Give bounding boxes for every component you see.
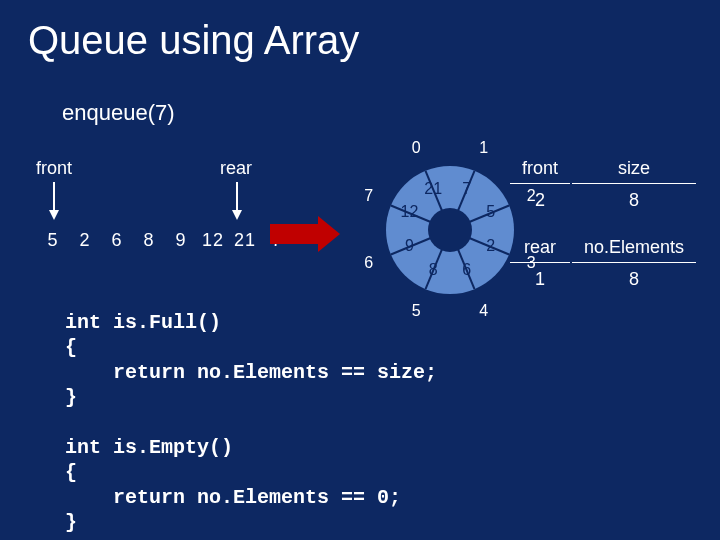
stat-size-label: size <box>572 154 696 184</box>
array-cell: 8 <box>136 230 162 251</box>
inner-value: 2 <box>486 237 495 254</box>
circle-hub <box>428 208 472 252</box>
array-cell: 12 <box>200 230 226 251</box>
rear-arrow-head-icon <box>232 210 242 220</box>
stats-panel: front size 2 8 rear no.Elements 1 8 <box>508 152 698 296</box>
stat-noel-label: no.Elements <box>572 233 696 263</box>
stat-size-value: 8 <box>572 186 696 215</box>
stat-front-label: front <box>510 154 570 184</box>
array-cell: 5 <box>40 230 66 251</box>
inner-value: 7 <box>462 180 471 197</box>
front-pointer-label: front <box>36 158 72 179</box>
outer-index: 6 <box>364 254 373 271</box>
outer-index: 4 <box>479 302 488 319</box>
linear-array: 5 2 6 8 9 12 21 7 <box>40 230 290 251</box>
stat-rear-label: rear <box>510 233 570 263</box>
outer-index: 0 <box>412 139 421 156</box>
page-title: Queue using Array <box>28 18 359 63</box>
outer-index: 7 <box>364 187 373 204</box>
inner-value: 9 <box>405 237 414 254</box>
array-cell: 2 <box>72 230 98 251</box>
array-cell: 21 <box>232 230 258 251</box>
stat-noel-value: 8 <box>572 265 696 294</box>
inner-value: 6 <box>462 261 471 278</box>
front-arrow-stem <box>53 182 55 210</box>
enqueue-arrow-icon <box>270 224 340 252</box>
inner-value: 21 <box>424 180 442 197</box>
stat-front-value: 2 <box>510 186 570 215</box>
rear-arrow-stem <box>236 182 238 210</box>
outer-index: 1 <box>479 139 488 156</box>
inner-value: 8 <box>429 261 438 278</box>
inner-value: 12 <box>401 203 419 220</box>
rear-pointer-label: rear <box>220 158 252 179</box>
front-arrow-head-icon <box>49 210 59 220</box>
inner-value: 5 <box>486 203 495 220</box>
code-listing: int is.Full() { return no.Elements == si… <box>65 310 437 535</box>
array-cell: 9 <box>168 230 194 251</box>
array-cell: 6 <box>104 230 130 251</box>
operation-label: enqueue(7) <box>62 100 175 126</box>
stat-rear-value: 1 <box>510 265 570 294</box>
